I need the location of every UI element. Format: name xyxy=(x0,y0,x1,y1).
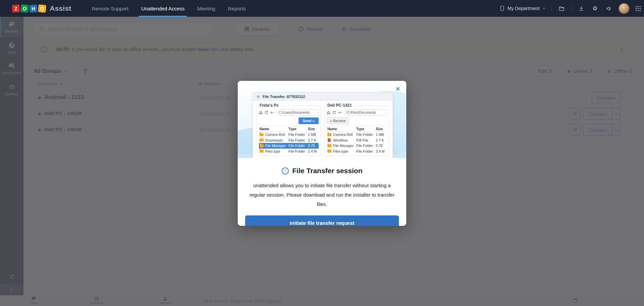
settings-gear-icon[interactable]: ⚙ xyxy=(591,4,599,12)
illustration-path-input: D:\Files\Documents xyxy=(344,109,386,116)
home-icon xyxy=(259,111,263,114)
back-arrow-icon xyxy=(270,111,274,114)
illustration-window-title: File Transfer- 877632112 xyxy=(263,95,305,99)
illustration-device-name: Frida's Pc xyxy=(258,103,280,108)
col-type: Type xyxy=(288,127,308,131)
logo-tile: Z xyxy=(12,4,20,13)
file-transfer-illustration: File Transfer- 877632112 Frida's Pc C:\U… xyxy=(238,81,406,158)
nav-reports[interactable]: Reports xyxy=(222,0,252,17)
illustration-file-row: Files type File Folder 2.4 M xyxy=(327,149,386,154)
illustration-local-panel: Frida's Pc C:\Users\Documents Send » xyxy=(257,103,321,156)
illustration-file-row-selected: File Manager File Folder 0.78 xyxy=(259,143,319,149)
folder-icon[interactable] xyxy=(557,4,565,12)
divider xyxy=(571,5,571,12)
illustration-panels: Frida's Pc C:\Users\Documents Send » xyxy=(253,101,393,158)
illustration-path-toolbar: D:\Files\Documents xyxy=(327,109,386,116)
folder-icon xyxy=(260,144,264,147)
transfer-arrows-icon xyxy=(256,95,260,99)
department-label: My Department xyxy=(507,6,540,11)
folder-icon xyxy=(260,133,264,136)
folder-icon xyxy=(327,150,331,153)
chevron-down-icon xyxy=(542,7,546,9)
modal-title-row: i File Transfer session xyxy=(245,167,399,175)
initiate-file-transfer-button[interactable]: Initiate file transfer request xyxy=(245,215,399,226)
col-size: Size xyxy=(308,127,318,131)
illustration-list-header: Name Type Size xyxy=(259,126,319,132)
folder-icon xyxy=(260,139,264,142)
illustration-list-header: Name Type Size xyxy=(327,126,386,132)
nav-unattended-access[interactable]: Unattended Access xyxy=(135,0,191,17)
illustration-window: File Transfer- 877632112 Frida's Pc C:\U… xyxy=(252,92,393,158)
download-icon[interactable] xyxy=(577,4,585,12)
apps-grid-icon[interactable] xyxy=(635,6,641,11)
refresh-icon xyxy=(332,111,336,114)
announcements-megaphone-icon[interactable] xyxy=(605,4,613,12)
illustration-file-row: Camera Roll File Folder 1 MB xyxy=(327,132,386,138)
illustration-receive-row: « Receive xyxy=(327,117,386,124)
illustration-file-row: Files type File Folder 2.4 M xyxy=(259,149,319,154)
user-avatar[interactable] xyxy=(618,3,630,14)
modal-close-icon[interactable]: ✕ xyxy=(395,85,401,94)
primary-nav: Remote Support Unattended Access Meeting… xyxy=(85,0,252,17)
pdf-file-icon xyxy=(328,138,331,142)
illustration-remote-panel: Dell PC-1421 D:\Files\Documents « Receiv… xyxy=(324,103,389,156)
illustration-path-input: C:\Users\Documents xyxy=(276,109,319,116)
logo-tile: O xyxy=(20,4,29,12)
illustration-window-titlebar: File Transfer- 877632112 xyxy=(253,93,393,101)
modal-title: File Transfer session xyxy=(292,167,363,175)
illustration-receive-button: « Receive xyxy=(327,117,349,124)
illustration-file-row: Workflow Pdf File 2.7 K xyxy=(327,138,386,143)
back-arrow-icon xyxy=(338,111,342,114)
folder-icon xyxy=(260,150,264,153)
illustration-file-list: Name Type Size Camera Roll File Folder 1… xyxy=(327,126,386,154)
illustration-path-toolbar: C:\Users\Documents xyxy=(259,109,319,116)
illustration-file-row: File Manager File Folder 0.78 xyxy=(327,143,386,149)
illustration-file-list: Name Type Size Camera Roll File Folder 1… xyxy=(259,126,319,154)
zoho-assist-app: Z O H O Assist Remote Support Unattended… xyxy=(0,0,644,306)
zoho-logo-tiles: Z O H O xyxy=(12,5,46,12)
zoho-assist-logo[interactable]: Z O H O Assist xyxy=(12,4,71,12)
modal-body: i File Transfer session unattended allow… xyxy=(238,158,406,226)
nav-meeting[interactable]: Meeting xyxy=(191,0,222,17)
divider xyxy=(551,5,552,12)
col-name: Name xyxy=(260,127,288,131)
illustration-file-row: Downloads File Folder 2.7 K xyxy=(259,138,319,143)
illustration-file-row: Camera Roll File Folder 1 MB xyxy=(259,132,319,138)
modal-description: unattended allows you to initiate file t… xyxy=(245,181,399,209)
navbar-right-cluster: My Department ⚙ xyxy=(500,3,644,14)
home-icon xyxy=(327,111,330,114)
illustration-send-button: Send » xyxy=(298,117,319,124)
top-navbar: Z O H O Assist Remote Support Unattended… xyxy=(0,0,644,17)
refresh-icon xyxy=(265,111,268,114)
nav-remote-support[interactable]: Remote Support xyxy=(85,0,135,17)
logo-tile: O xyxy=(38,4,46,13)
department-icon xyxy=(500,6,505,11)
product-name: Assist xyxy=(50,4,71,12)
folder-icon xyxy=(327,144,331,147)
file-transfer-modal: ✕ File Transfer- 877632112 Frida's Pc xyxy=(238,81,406,226)
col-size: Size xyxy=(376,127,386,131)
col-name: Name xyxy=(327,127,356,131)
logo-tile: H xyxy=(29,4,37,12)
folder-icon xyxy=(327,133,331,136)
col-type: Type xyxy=(356,127,376,131)
illustration-device-name: Dell PC-1421 xyxy=(326,103,353,108)
department-selector[interactable]: My Department xyxy=(500,6,546,11)
illustration-send-row: Send » xyxy=(259,117,319,124)
info-icon: i xyxy=(282,167,289,174)
